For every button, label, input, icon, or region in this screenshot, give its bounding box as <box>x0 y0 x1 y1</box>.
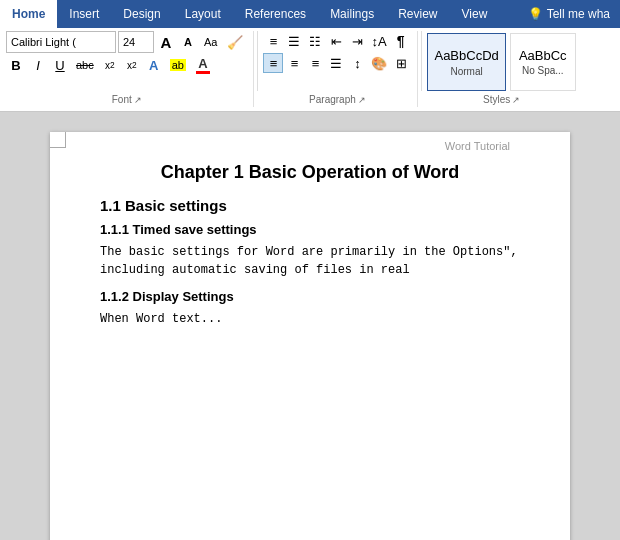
font-color-button[interactable]: A <box>192 54 214 76</box>
align-right-icon: ≡ <box>312 56 320 71</box>
shading-icon: 🎨 <box>371 56 387 71</box>
align-right-button[interactable]: ≡ <box>305 53 325 73</box>
style-nospacing-label: No Spa... <box>522 65 564 76</box>
style-normal-preview: AaBbCcDd <box>434 48 498 63</box>
multilevel-icon: ☷ <box>309 34 321 49</box>
para-row2: ≡ ≡ ≡ ☰ ↕ 🎨 ⊞ <box>263 53 411 73</box>
style-normal-label: Normal <box>451 66 483 77</box>
justify-button[interactable]: ☰ <box>326 53 346 73</box>
styles-group: AaBbCcDd Normal AaBbCc No Spa... Styles … <box>425 31 581 107</box>
font-group-label: Font ↗ <box>6 94 247 107</box>
styles-group-expand-icon[interactable]: ↗ <box>512 95 520 105</box>
show-paragraph-button[interactable]: ¶ <box>391 31 411 51</box>
tell-me-bar[interactable]: 💡 Tell me wha <box>514 0 620 28</box>
body-display-settings: When Word text... <box>100 310 520 328</box>
style-no-spacing[interactable]: AaBbCc No Spa... <box>510 33 576 91</box>
font-name-input[interactable] <box>6 31 116 53</box>
tab-layout[interactable]: Layout <box>173 0 233 28</box>
multilevel-list-button[interactable]: ☷ <box>305 31 325 51</box>
highlight-icon: ab <box>170 58 186 72</box>
borders-button[interactable]: ⊞ <box>391 53 411 73</box>
ribbon-tabs: Home Insert Design Layout References Mai… <box>0 0 620 28</box>
bullets-button[interactable]: ≡ <box>263 31 283 51</box>
font-row2: B I U abc x2 x2 A ab A <box>6 54 214 76</box>
tab-design[interactable]: Design <box>111 0 172 28</box>
increase-indent-button[interactable]: ⇥ <box>347 31 367 51</box>
underline-button[interactable]: U <box>50 54 70 76</box>
heading-basic-settings[interactable]: 1.1 Basic settings <box>100 197 520 214</box>
page-corner <box>50 132 66 148</box>
tab-insert[interactable]: Insert <box>57 0 111 28</box>
font-shrink-button[interactable]: A <box>178 31 198 53</box>
heading-timed-save[interactable]: 1.1.1 Timed save settings <box>100 222 520 237</box>
style-nospacing-preview: AaBbCc <box>519 49 567 62</box>
font-row1: A A Aa 🧹 <box>6 31 247 53</box>
document-page: Word Tutorial Chapter 1 Basic Operation … <box>50 132 570 540</box>
bold-button[interactable]: B <box>6 54 26 76</box>
align-left-button[interactable]: ≡ <box>263 53 283 73</box>
document-area: Word Tutorial Chapter 1 Basic Operation … <box>0 112 620 540</box>
paragraph-group-expand-icon[interactable]: ↗ <box>358 95 366 105</box>
heading-display-settings[interactable]: 1.1.2 Display Settings <box>100 289 520 304</box>
text-effect-icon: A <box>149 58 158 73</box>
page-header-label: Word Tutorial <box>445 140 510 152</box>
decrease-indent-icon: ⇤ <box>331 34 342 49</box>
change-case-button[interactable]: Aa <box>200 31 221 53</box>
separator2 <box>421 31 422 91</box>
tab-mailings[interactable]: Mailings <box>318 0 386 28</box>
sort-icon: ↕A <box>371 34 386 49</box>
pilcrow-icon: ¶ <box>397 33 405 49</box>
separator1 <box>257 31 258 91</box>
highlight-button[interactable]: ab <box>166 54 190 76</box>
tab-view[interactable]: View <box>450 0 500 28</box>
tell-me-label: Tell me wha <box>547 7 610 21</box>
styles-group-label: Styles ↗ <box>427 94 575 107</box>
superscript-button[interactable]: x2 <box>122 54 142 76</box>
lightbulb-icon: 💡 <box>528 7 543 21</box>
line-spacing-icon: ↕ <box>354 56 361 71</box>
body-timed-save: The basic settings for Word are primaril… <box>100 243 520 279</box>
decrease-indent-button[interactable]: ⇤ <box>326 31 346 51</box>
clear-formatting-button[interactable]: 🧹 <box>223 31 247 53</box>
eraser-icon: 🧹 <box>227 35 243 50</box>
paragraph-group: ≡ ☰ ☷ ⇤ ⇥ ↕A ¶ <box>261 31 418 107</box>
align-left-icon: ≡ <box>270 56 278 71</box>
tab-references[interactable]: References <box>233 0 318 28</box>
font-color-icon: A <box>196 56 210 74</box>
chapter-title[interactable]: Chapter 1 Basic Operation of Word <box>100 162 520 183</box>
subscript-button[interactable]: x2 <box>100 54 120 76</box>
bullets-icon: ≡ <box>270 34 278 49</box>
shading-button[interactable]: 🎨 <box>368 53 390 73</box>
strikethrough-button[interactable]: abc <box>72 54 98 76</box>
increase-indent-icon: ⇥ <box>352 34 363 49</box>
justify-icon: ☰ <box>330 56 342 71</box>
paragraph-group-label: Paragraph ↗ <box>263 94 411 107</box>
align-center-icon: ≡ <box>291 56 299 71</box>
line-spacing-button[interactable]: ↕ <box>347 53 367 73</box>
borders-icon: ⊞ <box>396 56 407 71</box>
font-group: A A Aa 🧹 B I U abc x2 x2 A <box>4 31 254 107</box>
tab-review[interactable]: Review <box>386 0 449 28</box>
font-group-expand-icon[interactable]: ↗ <box>134 95 142 105</box>
numbering-icon: ☰ <box>288 34 300 49</box>
sort-button[interactable]: ↕A <box>368 31 389 51</box>
font-size-input[interactable] <box>118 31 154 53</box>
numbering-button[interactable]: ☰ <box>284 31 304 51</box>
italic-button[interactable]: I <box>28 54 48 76</box>
para-row1: ≡ ☰ ☷ ⇤ ⇥ ↕A ¶ <box>263 31 410 51</box>
style-normal[interactable]: AaBbCcDd Normal <box>427 33 505 91</box>
ribbon-bar: A A Aa 🧹 B I U abc x2 x2 A <box>0 28 620 112</box>
font-grow-button[interactable]: A <box>156 31 176 53</box>
align-center-button[interactable]: ≡ <box>284 53 304 73</box>
text-effects-button[interactable]: A <box>144 54 164 76</box>
tab-home[interactable]: Home <box>0 0 57 28</box>
